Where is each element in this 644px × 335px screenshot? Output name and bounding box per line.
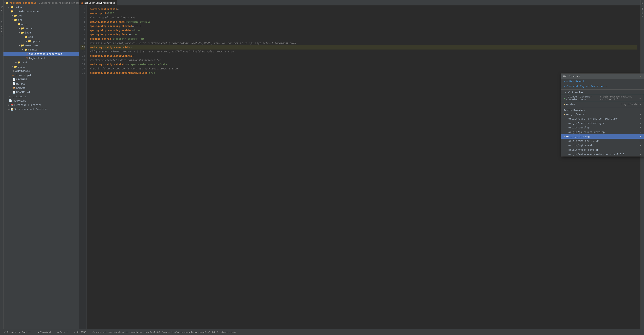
branch-mqtt-mesh[interactable]: origin/mqtt-mesh ▶ bbox=[561, 143, 644, 148]
code-line-16: rocketmq.config.enableDashBoardCollect=t… bbox=[90, 71, 638, 75]
remote-branches-section: Remote Branches bbox=[561, 108, 644, 112]
tree-test[interactable]: ▶ 📁 test bbox=[4, 60, 79, 65]
branch-release-origin: origin/release-rocketmq-console-1.0.0 ▶ bbox=[600, 95, 641, 101]
todo-tab[interactable]: ✓ 6: TODO bbox=[73, 330, 88, 335]
tree-main-label: main bbox=[21, 22, 27, 26]
right-vertical-tabs: Z: Structure bbox=[640, 0, 644, 329]
git-popup-body: + + New Branch ↗ Checkout Tag or Revisio… bbox=[561, 79, 644, 156]
branch-origin-develop[interactable]: origin/develop ▶ bbox=[561, 125, 644, 130]
chevron-mqtt-mesh: ▶ bbox=[640, 144, 641, 147]
branch-mqtt-mesh-label: origin/mqtt-mesh bbox=[568, 144, 592, 147]
branch-mysql-develop[interactable]: origin/mysql-develop ▶ bbox=[561, 148, 644, 152]
root-folder-icon: 📁 bbox=[6, 1, 8, 5]
favorites-tab[interactable]: 2: Favorites bbox=[0, 20, 3, 36]
new-branch-action[interactable]: + + New Branch bbox=[561, 79, 644, 84]
new-branch-label: + New Branch bbox=[566, 80, 584, 83]
code-line-5: spring.http.encoding.charset=UTF-8 bbox=[90, 24, 638, 28]
tree-apache[interactable]: ▶ 📁 apache bbox=[4, 39, 79, 43]
code-line-10: rocketmq.config.namesrvAddr= bbox=[90, 45, 638, 49]
version-control-tab[interactable]: ⎇ 9: Version Control bbox=[2, 330, 33, 335]
version-control-icon: ⎇ bbox=[3, 331, 6, 334]
readme-root-icon: 📄 bbox=[9, 99, 12, 103]
branch-left-develop: origin/develop bbox=[564, 126, 590, 129]
tree-root[interactable]: ▾ 📁 rocketmq-externals ~/IdeaProjects/ro… bbox=[4, 1, 79, 5]
tree-pom-label: pom.xml bbox=[16, 86, 27, 90]
branch-origin-master-label: origin/master bbox=[566, 113, 586, 116]
tree-readme-inner[interactable]: 📄 README.md bbox=[4, 90, 79, 94]
tree-arrow-java: ▾ bbox=[18, 31, 21, 35]
chevron-gsoc-amqp: ▶ bbox=[640, 135, 641, 138]
props-file-icon: 🗒 bbox=[26, 52, 28, 56]
terminal-tab[interactable]: ▶ Terminal bbox=[36, 330, 53, 335]
branch-master-origin-label: origin/master bbox=[621, 103, 639, 106]
line-numbers: 1 2 3 4 5 6 7 8 9 10 11 12 13 14 15 16 bbox=[79, 5, 87, 329]
tree-app-properties[interactable]: 🗒 application.properties bbox=[4, 52, 79, 56]
branch-go-client-develop[interactable]: origin/go-client-develop ▶ bbox=[561, 130, 644, 134]
tree-main[interactable]: ▾ 📁 main bbox=[4, 22, 79, 26]
branch-release-label: release-rocketmq-console-1.0.0 bbox=[566, 95, 600, 101]
branch-release-1.0.0[interactable]: ● release-rocketmq-console-1.0.0 origin/… bbox=[561, 94, 644, 102]
local-branches-section: Local Branches bbox=[561, 90, 644, 94]
structure-tab[interactable]: Z: Structure bbox=[641, 1, 644, 17]
pom-icon: 📦 bbox=[12, 86, 16, 90]
gerrit-tab[interactable]: ◉ Gerrit bbox=[56, 330, 70, 335]
branch-master-local[interactable]: ★ master origin/master ▶ bbox=[561, 102, 644, 106]
tree-license[interactable]: 📄 LICENSE bbox=[4, 77, 79, 82]
left-vertical-tabs: 1: Proj... 2: Favorites bbox=[0, 0, 4, 329]
resources-folder-icon: 📁 bbox=[21, 43, 24, 47]
tree-idea[interactable]: ▶ 📁 .idea bbox=[4, 5, 79, 9]
tree-gitignore-root[interactable]: ⚙ .gitignore bbox=[4, 94, 79, 99]
gerrit-label: Gerrit bbox=[60, 331, 68, 334]
tree-arrow-scratches: ▶ bbox=[8, 107, 10, 111]
static-folder-icon: 📁 bbox=[24, 48, 28, 52]
tree-org[interactable]: ▾ 📁 org bbox=[4, 35, 79, 39]
tree-src[interactable]: ▾ 📁 src bbox=[4, 18, 79, 22]
tree-doc[interactable]: ▶ 📁 doc bbox=[4, 13, 79, 18]
tree-ext-libs[interactable]: ▶ 📚 External Libraries bbox=[4, 103, 79, 107]
tree-logback[interactable]: 🗒 logback.xml bbox=[4, 56, 79, 60]
tab-file-icon: 🗒 bbox=[81, 1, 83, 4]
branch-asoc-runtime-config[interactable]: origin/asoc-runtime-configuration ▶ bbox=[561, 116, 644, 121]
tree-rocketmq-console[interactable]: ▾ 📁 rocketmq-console bbox=[4, 9, 79, 13]
tree-notice[interactable]: 📄 NOTICE bbox=[4, 82, 79, 86]
branch-asoc-runtime-sync[interactable]: origin/asoc-runtime-sync ▶ bbox=[561, 121, 644, 125]
tree-scratches[interactable]: ▶ 📝 Scratches and Consoles bbox=[4, 107, 79, 111]
branch-left-origin-master: ★ origin/master bbox=[564, 113, 586, 116]
code-line-4: spring.application.name=rocketmq-console bbox=[90, 20, 638, 24]
branch-left-mqtt-mesh: origin/mqtt-mesh bbox=[564, 144, 592, 147]
chevron-asoc-config: ▶ bbox=[640, 117, 641, 120]
circle-icon-release: ● bbox=[564, 97, 565, 99]
branch-master-local-right: origin/master ▶ bbox=[621, 103, 641, 106]
branch-release-console-1.0.0-remote[interactable]: origin/release-rocketmq-console-1.0.0 ▶ bbox=[561, 152, 644, 156]
branch-gsoc-amqp[interactable]: ★ origin/gsoc-amqp ▶ bbox=[561, 134, 644, 139]
tree-notice-label: NOTICE bbox=[16, 82, 25, 86]
branch-left-master-local: ★ master bbox=[564, 103, 575, 106]
xml-file-icon: 🗒 bbox=[26, 56, 28, 60]
tree-readme-root-label: README.md bbox=[13, 99, 26, 103]
tree-java[interactable]: ▾ 📁 java bbox=[4, 30, 79, 35]
tree-gitignore-inner[interactable]: ⚙ .gitignore bbox=[4, 69, 79, 73]
tree-readme-root[interactable]: 📄 README.md bbox=[4, 99, 79, 103]
tree-logback-label: logback.xml bbox=[29, 56, 46, 60]
branch-jms-dev[interactable]: origin/jms-dev-1.1.0 ▶ bbox=[561, 139, 644, 143]
tree-resources[interactable]: ▾ 📁 resources bbox=[4, 43, 79, 47]
checkout-tag-label: Checkout Tag or Revision... bbox=[566, 85, 607, 88]
branch-origin-master[interactable]: ★ origin/master ▶ bbox=[561, 112, 644, 116]
editor-tab-app-properties[interactable]: 🗒 application.properties bbox=[79, 0, 117, 5]
tree-readme-inner-label: README.md bbox=[16, 90, 30, 94]
git-branches-popup: Git Branches ⚠ + + New Branch ↗ Checkout… bbox=[561, 73, 644, 156]
terminal-icon: ▶ bbox=[38, 331, 39, 334]
tree-pom[interactable]: 📦 pom.xml bbox=[4, 86, 79, 90]
chevron-origin-master: ▶ bbox=[640, 113, 641, 115]
tree-travis[interactable]: ⚙ .travis.yml bbox=[4, 73, 79, 77]
tree-static[interactable]: ▶ 📁 static bbox=[4, 47, 79, 52]
tree-arrow-main: ▾ bbox=[15, 22, 18, 26]
tree-style[interactable]: ▶ 📁 style bbox=[4, 65, 79, 69]
code-line-6: spring.http.encoding.enabled=true bbox=[90, 28, 638, 32]
tree-app-properties-label: application.properties bbox=[29, 52, 62, 56]
checkout-tag-action[interactable]: ↗ Checkout Tag or Revision... bbox=[561, 84, 644, 89]
tree-root-path: ~/IdeaProjects/rocketmq-externals bbox=[38, 1, 79, 5]
tree-style-label: style bbox=[18, 65, 25, 69]
tree-docker[interactable]: ▶ 📁 docker bbox=[4, 26, 79, 30]
project-tab[interactable]: 1: Proj... bbox=[0, 2, 3, 15]
